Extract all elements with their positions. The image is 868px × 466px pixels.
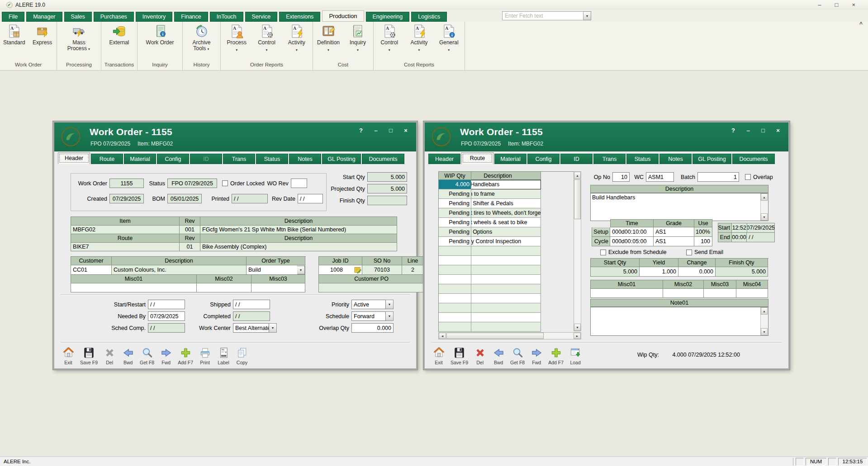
end-time-cell[interactable]: 00:00 xyxy=(732,233,747,242)
tab-notes[interactable]: Notes xyxy=(289,154,321,164)
load-button[interactable]: Load xyxy=(569,347,582,365)
start-date-cell[interactable]: 07/29/2025 xyxy=(747,223,775,233)
rev-date-field[interactable]: / / xyxy=(298,194,323,203)
overlap-checkbox[interactable] xyxy=(745,174,751,180)
route-row-empty[interactable] xyxy=(439,303,574,313)
item-cell[interactable]: MBFG02 xyxy=(71,226,180,234)
minimize-icon[interactable]: – xyxy=(373,127,379,134)
menu-tab-sales[interactable]: Sales xyxy=(64,12,92,22)
scroll-right-icon[interactable]: ► xyxy=(574,333,581,339)
tab-gl-posting[interactable]: GL Posting xyxy=(693,154,731,164)
exit-button[interactable]: Exit xyxy=(432,347,446,365)
route-row-empty[interactable] xyxy=(439,256,574,265)
ribbon-item-cost-control-report[interactable]: Control xyxy=(375,24,403,53)
finish-qty-field[interactable] xyxy=(367,196,407,205)
tab-route[interactable]: Route xyxy=(461,152,493,164)
item-rev-cell[interactable]: 001 xyxy=(180,226,200,234)
route-row[interactable]: 40 Mount tires to Wheels, don't forget t… xyxy=(439,208,574,218)
minimize-icon[interactable]: – xyxy=(745,127,751,134)
tab-trans[interactable]: Trans xyxy=(223,154,255,164)
tab-id[interactable]: ID xyxy=(560,154,593,164)
tab-documents[interactable]: Documents xyxy=(732,154,775,164)
misc04-cell[interactable] xyxy=(736,289,768,298)
tab-status[interactable]: Status xyxy=(626,154,659,164)
scroll-up-icon[interactable]: ▲ xyxy=(574,172,581,179)
menu-tab-intouch[interactable]: InTouch xyxy=(210,12,243,22)
finish-qty-cell[interactable]: 5.000 xyxy=(716,267,768,277)
cycle-grade-cell[interactable]: AS1 xyxy=(654,237,694,246)
job-id-value[interactable]: 1008 xyxy=(319,267,354,273)
route-row-empty[interactable] xyxy=(439,322,574,332)
ribbon-item-express[interactable]: Express xyxy=(28,24,57,46)
scroll-down-icon[interactable]: ▼ xyxy=(761,328,768,335)
fetch-input[interactable] xyxy=(502,11,583,20)
maximize-icon[interactable]: □ xyxy=(388,127,394,134)
route-row-empty[interactable] xyxy=(439,265,574,275)
menu-tab-finance[interactable]: Finance xyxy=(174,12,208,22)
customer-code-cell[interactable]: CC01 xyxy=(71,265,112,275)
misc02-cell[interactable] xyxy=(663,289,704,298)
misc02-cell[interactable] xyxy=(197,283,251,292)
menu-tab-extensions[interactable]: Extensions xyxy=(279,12,320,22)
get-button[interactable]: Get F8 xyxy=(140,347,154,365)
tab-documents[interactable]: Documents xyxy=(362,154,404,164)
help-icon[interactable]: ? xyxy=(358,127,364,134)
change-cell[interactable]: 0.000 xyxy=(678,267,716,277)
customer-po-cell[interactable] xyxy=(319,283,424,292)
tab-route[interactable]: Route xyxy=(91,154,123,164)
maximize-icon[interactable]: □ xyxy=(835,2,839,8)
setup-use-cell[interactable]: 100% xyxy=(694,227,712,237)
line-cell[interactable]: 2 xyxy=(402,265,424,275)
tab-gl-posting[interactable]: GL Posting xyxy=(322,154,361,164)
item-desc-cell[interactable]: FGcfg Women's 21 Sp White Mtn Bike (Seri… xyxy=(200,226,397,234)
route-cell[interactable]: BIKE7 xyxy=(71,243,180,251)
tab-config[interactable]: Config xyxy=(527,154,560,164)
get-button[interactable]: Get F8 xyxy=(510,347,525,365)
route-row[interactable]: 70 Quality Control Inspection Pending xyxy=(439,237,574,246)
start-time-cell[interactable]: 12:52 xyxy=(732,223,747,233)
order-locked-checkbox[interactable] xyxy=(222,180,228,186)
close-icon[interactable]: × xyxy=(403,127,409,134)
route-row[interactable]: 30 Install Shifter & Pedals Pending xyxy=(439,199,574,208)
ribbon-item-external[interactable]: External xyxy=(105,24,133,46)
description-scrollbar[interactable]: ▲ ▼ xyxy=(760,193,768,221)
so-no-cell[interactable]: 70103 xyxy=(362,265,402,275)
send-email-checkbox[interactable] xyxy=(686,249,692,255)
start-qty-cell[interactable]: 5.000 xyxy=(591,267,640,277)
cycle-time-cell[interactable]: 000d00:05:00 xyxy=(610,237,654,246)
batch-field[interactable]: 1 xyxy=(697,172,739,182)
completed-field[interactable]: / / xyxy=(233,311,270,321)
delete-button[interactable]: Del xyxy=(103,347,116,365)
add-button[interactable]: Add F7 xyxy=(548,347,564,365)
tab-trans[interactable]: Trans xyxy=(593,154,626,164)
tab-config[interactable]: Config xyxy=(157,154,189,164)
yield-cell[interactable]: 1.000 xyxy=(640,267,678,277)
close-icon[interactable]: × xyxy=(775,127,781,134)
op-description-textarea[interactable]: Build Handlebars ▲ ▼ xyxy=(590,193,768,221)
misc03-cell[interactable] xyxy=(704,289,736,298)
priority-value[interactable]: Active xyxy=(351,300,386,309)
scroll-down-icon[interactable]: ▼ xyxy=(574,324,581,331)
close-icon[interactable]: × xyxy=(852,2,855,8)
label-button[interactable]: Label xyxy=(217,347,230,365)
exclude-from-schedule-checkbox[interactable] xyxy=(600,249,606,255)
printed-field[interactable]: / / xyxy=(232,194,268,203)
cycle-use-cell[interactable]: 100 xyxy=(694,237,712,246)
route-row-empty[interactable] xyxy=(439,294,574,303)
scrollbar-thumb[interactable] xyxy=(446,333,544,339)
start-restart-field[interactable]: / / xyxy=(148,300,185,309)
misc01-cell[interactable] xyxy=(71,283,197,292)
route-row-empty[interactable] xyxy=(439,284,574,294)
menu-tab-inventory[interactable]: Inventory xyxy=(136,12,172,22)
edit-note-icon[interactable] xyxy=(354,266,361,273)
schedule-value[interactable]: Forward xyxy=(351,311,386,321)
order-type-dropdown-button[interactable] xyxy=(297,266,305,274)
wc-field[interactable]: ASM1 xyxy=(646,172,674,182)
ribbon-item-cost-activity-report[interactable]: Activity xyxy=(405,24,433,53)
route-desc-cell[interactable]: Bike Assembly (Complex) xyxy=(200,243,397,251)
route-row[interactable]: 60 Install Options Pending xyxy=(439,227,574,237)
exit-button[interactable]: Exit xyxy=(62,347,75,365)
collapse-ribbon-icon[interactable]: ^ xyxy=(859,21,863,27)
status-field[interactable]: FPO 07/29/2025 xyxy=(167,179,217,188)
tab-header[interactable]: Header xyxy=(428,154,460,164)
